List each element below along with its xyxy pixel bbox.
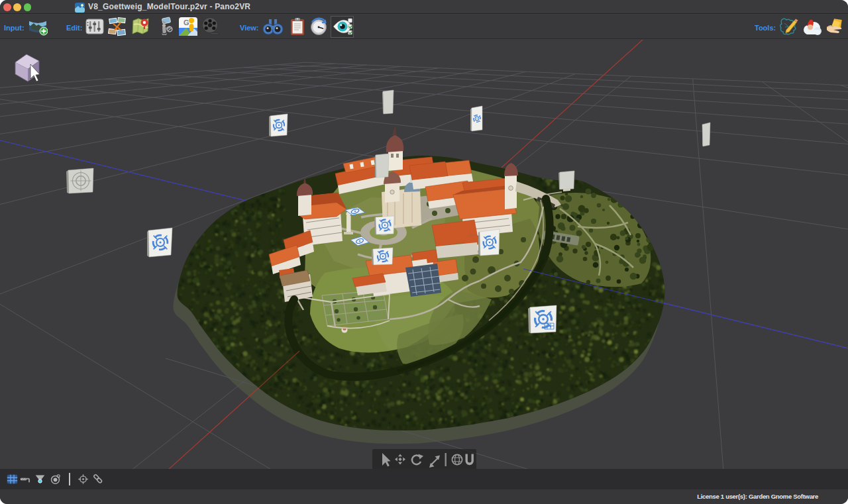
svg-text:G: G: [184, 19, 189, 26]
